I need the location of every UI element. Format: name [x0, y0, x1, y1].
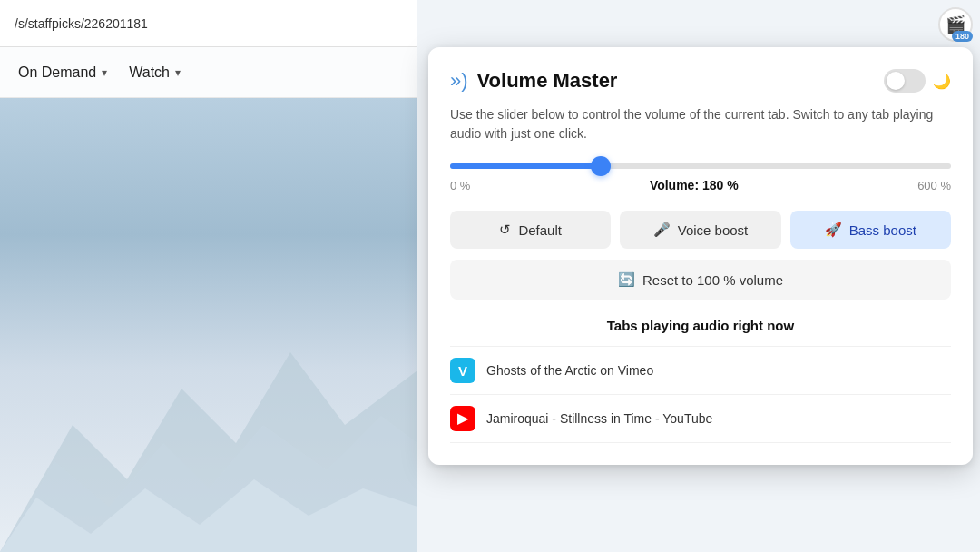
- bass-label: Bass boost: [849, 222, 916, 238]
- on-demand-label: On Demand: [18, 64, 96, 81]
- slider-thumb[interactable]: [591, 156, 611, 176]
- address-text: /s/staffpicks/226201181: [15, 16, 148, 31]
- youtube-tab-title: Jamiroquai - Stillness in Time - YouTube: [486, 411, 712, 426]
- slider-container: [450, 163, 951, 169]
- bass-boost-button[interactable]: 🚀 Bass boost: [790, 211, 951, 249]
- reset-label: Reset to 100 % volume: [642, 272, 783, 288]
- watch-label: Watch: [129, 64, 170, 81]
- mountain-svg: [0, 261, 417, 552]
- nav-bar: On Demand ▾ Watch ▾: [0, 47, 417, 98]
- on-demand-chevron: ▾: [102, 66, 107, 79]
- dark-mode-icon: 🌙: [933, 73, 951, 90]
- reset-button[interactable]: 🔄 Reset to 100 % volume: [450, 260, 951, 300]
- slider-fill: [450, 163, 601, 169]
- voice-boost-button[interactable]: 🎤 Voice boost: [620, 211, 780, 249]
- preset-buttons-row: ↺ Default 🎤 Voice boost 🚀 Bass boost: [450, 211, 951, 249]
- vimeo-tab-title: Ghosts of the Arctic on Vimeo: [486, 363, 653, 378]
- nav-item-on-demand[interactable]: On Demand ▾: [18, 64, 107, 81]
- rocket-icon: 🚀: [825, 222, 842, 238]
- popup-header: ») Volume Master 🌙: [450, 69, 951, 93]
- tab-item-youtube[interactable]: ▶ Jamiroquai - Stillness in Time - YouTu…: [450, 394, 951, 443]
- youtube-favicon: ▶: [450, 406, 475, 431]
- toggle-container: 🌙: [884, 69, 951, 93]
- toggle-knob: [887, 72, 905, 90]
- tabs-section-title: Tabs playing audio right now: [450, 318, 951, 333]
- tab-item-vimeo[interactable]: V Ghosts of the Arctic on Vimeo: [450, 346, 951, 394]
- popup-description: Use the slider below to control the volu…: [450, 105, 951, 143]
- toggle-switch[interactable]: [884, 69, 926, 93]
- page-content: On Demand ▾ Watch ▾: [0, 47, 417, 552]
- popup-title: Volume Master: [477, 69, 618, 93]
- voice-label: Voice boost: [678, 222, 749, 238]
- default-icon: ↺: [499, 222, 511, 238]
- sound-icon: »): [450, 69, 468, 93]
- watch-chevron: ▾: [175, 66, 181, 79]
- slider-label-min: 0 %: [450, 179, 470, 192]
- default-label: Default: [518, 222, 562, 238]
- slider-track[interactable]: [450, 163, 951, 169]
- nav-item-watch[interactable]: Watch ▾: [129, 64, 181, 81]
- slider-labels: 0 % Volume: 180 % 600 %: [450, 178, 951, 192]
- address-bar: /s/staffpicks/226201181: [0, 0, 417, 47]
- reset-icon: 🔄: [618, 271, 635, 288]
- popup-title-row: ») Volume Master: [450, 69, 617, 93]
- ext-badge: 180: [952, 31, 973, 42]
- slider-label-max: 600 %: [917, 179, 951, 192]
- mountain-image: [0, 98, 417, 552]
- default-button[interactable]: ↺ Default: [450, 211, 611, 249]
- microphone-icon: 🎤: [653, 222, 671, 238]
- volume-master-popup: ») Volume Master 🌙 Use the slider below …: [428, 47, 973, 465]
- vimeo-favicon: V: [450, 358, 475, 383]
- slider-label-volume: Volume: 180 %: [650, 178, 739, 192]
- extension-icon-container[interactable]: 🎬 180: [938, 7, 973, 42]
- extension-button[interactable]: 🎬 180: [938, 7, 973, 42]
